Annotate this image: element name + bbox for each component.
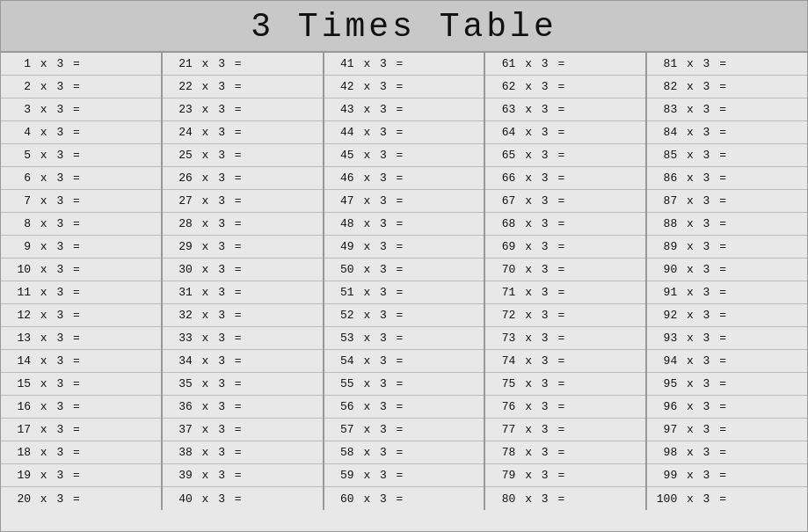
multiplier: 3 [56,446,63,459]
number: 90 [652,263,677,276]
number: 37 [168,423,193,436]
table-row: 58 x 3 = [324,441,484,464]
table-row: 83 x 3 = [647,98,807,121]
table-row: 13 x 3 = [1,327,161,350]
table-row: 1 x 3 = [1,53,161,76]
times-operator: x [33,354,54,368]
multiplier: 3 [542,309,549,322]
equals-sign: = [228,400,242,413]
equals-sign: = [712,377,726,390]
table-row: 5 x 3 = [1,144,161,167]
equals-sign: = [389,400,404,413]
equals-sign: = [551,126,565,139]
times-operator: x [33,492,54,506]
equals-sign: = [389,446,404,459]
number: 49 [330,240,354,253]
equals-sign: = [66,400,80,413]
times-operator: x [195,354,215,368]
number: 28 [168,217,193,230]
multiplier: 3 [218,126,225,139]
multiplier: 3 [218,103,225,116]
times-operator: x [680,126,700,139]
equals-sign: = [228,103,242,116]
equals-sign: = [551,263,565,276]
times-operator: x [195,492,215,506]
number: 63 [491,103,515,116]
equals-sign: = [712,126,726,139]
table-row: 70 x 3 = [485,259,645,281]
times-operator: x [357,377,377,390]
multiplier: 3 [380,263,387,276]
equals-sign: = [551,354,565,368]
times-operator: x [680,57,700,70]
number: 26 [168,171,193,185]
number: 1 [6,57,31,70]
table-row: 18 x 3 = [1,441,161,464]
times-operator: x [518,332,538,345]
times-operator: x [680,263,700,276]
times-operator: x [518,194,538,208]
number: 94 [652,354,677,368]
times-operator: x [33,377,54,390]
multiplier: 3 [380,286,387,299]
multiplier: 3 [218,492,225,506]
number: 92 [652,309,677,322]
multiplier: 3 [703,217,710,230]
times-operator: x [357,332,377,345]
equals-sign: = [66,309,80,322]
multiplier: 3 [380,149,387,162]
multiplier: 3 [218,194,225,208]
times-operator: x [518,309,538,322]
times-operator: x [680,469,700,482]
table-row: 59 x 3 = [324,464,484,487]
table-row: 84 x 3 = [647,121,807,144]
times-operator: x [357,171,377,185]
number: 25 [168,149,193,162]
equals-sign: = [551,423,565,436]
number: 24 [168,126,193,139]
multiplier: 3 [380,354,387,368]
table-row: 77 x 3 = [485,419,645,441]
table-row: 76 x 3 = [485,396,645,419]
times-operator: x [33,469,54,482]
times-operator: x [518,354,538,368]
equals-sign: = [712,492,726,506]
times-operator: x [357,492,377,506]
number: 68 [491,217,515,230]
multiplier: 3 [542,332,549,345]
number: 62 [491,80,515,93]
times-operator: x [518,171,538,185]
equals-sign: = [66,263,80,276]
times-operator: x [357,263,377,276]
number: 54 [330,354,354,368]
table-row: 3 x 3 = [1,98,161,121]
times-operator: x [680,80,700,93]
multiplier: 3 [218,217,225,230]
table-row: 75 x 3 = [485,373,645,396]
equals-sign: = [389,263,404,276]
equals-sign: = [712,263,726,276]
number: 12 [6,309,31,322]
number: 97 [652,423,677,436]
table-row: 94 x 3 = [647,350,807,373]
times-operator: x [680,194,700,208]
number: 18 [6,446,31,459]
times-operator: x [357,194,377,208]
number: 65 [491,149,515,162]
table-row: 33 x 3 = [163,327,323,350]
number: 29 [168,240,193,253]
number: 80 [491,492,515,506]
times-operator: x [518,377,538,390]
times-operator: x [33,103,54,116]
equals-sign: = [66,149,80,162]
table-row: 69 x 3 = [485,236,645,259]
table-row: 56 x 3 = [324,396,484,419]
number: 6 [6,171,31,185]
number: 34 [168,354,193,368]
table-row: 63 x 3 = [485,98,645,121]
table-row: 21 x 3 = [163,53,323,76]
equals-sign: = [66,126,80,139]
number: 74 [491,354,515,368]
number: 60 [330,492,354,506]
number: 33 [168,332,193,345]
